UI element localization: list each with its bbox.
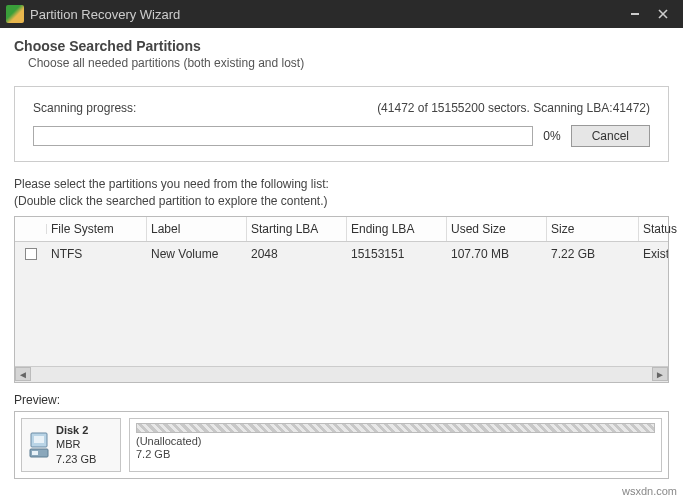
col-ending-lba[interactable]: Ending LBA — [347, 217, 447, 241]
scroll-right-icon[interactable]: ► — [652, 367, 668, 381]
scanning-status: (41472 of 15155200 sectors. Scanning LBA… — [377, 101, 650, 115]
instruction-line-2: (Double click the searched partition to … — [14, 193, 669, 210]
main-content: Choose Searched Partitions Choose all ne… — [0, 28, 683, 479]
col-used-size[interactable]: Used Size — [447, 217, 547, 241]
list-instruction: Please select the partitions you need fr… — [14, 176, 669, 210]
cancel-button[interactable]: Cancel — [571, 125, 650, 147]
page-title: Choose Searched Partitions — [14, 38, 669, 54]
col-status[interactable]: Status — [639, 217, 683, 241]
preview-label: Preview: — [14, 393, 669, 407]
scanning-label: Scanning progress: — [33, 101, 136, 115]
partition-list: File System Label Starting LBA Ending LB… — [14, 216, 669, 383]
svg-rect-6 — [32, 451, 38, 455]
cell-label: New Volume — [147, 242, 247, 266]
window-title: Partition Recovery Wizard — [30, 7, 621, 22]
disk-info-box[interactable]: Disk 2 MBR 7.23 GB — [21, 418, 121, 473]
disk-text: Disk 2 MBR 7.23 GB — [56, 423, 96, 468]
table-row[interactable]: NTFS New Volume 2048 15153151 107.70 MB … — [15, 242, 668, 266]
disk-icon — [28, 429, 50, 461]
scroll-left-icon[interactable]: ◄ — [15, 367, 31, 381]
cell-filesystem: NTFS — [47, 242, 147, 266]
disk-size: 7.23 GB — [56, 452, 96, 467]
watermark: wsxdn.com — [622, 485, 677, 497]
list-body: NTFS New Volume 2048 15153151 107.70 MB … — [15, 242, 668, 366]
scan-percent: 0% — [543, 129, 560, 143]
disk-scheme: MBR — [56, 437, 96, 452]
partition-bar-box[interactable]: (Unallocated) 7.2 GB — [129, 418, 662, 473]
disk-name: Disk 2 — [56, 423, 96, 438]
col-label[interactable]: Label — [147, 217, 247, 241]
col-size[interactable]: Size — [547, 217, 639, 241]
close-button[interactable] — [649, 4, 677, 24]
page-subtitle: Choose all needed partitions (both exist… — [28, 56, 669, 70]
svg-rect-4 — [34, 436, 44, 443]
scanning-panel: Scanning progress: (41472 of 15155200 se… — [14, 86, 669, 162]
horizontal-scrollbar[interactable]: ◄ ► — [15, 366, 668, 382]
scan-progress-bar — [33, 126, 533, 146]
titlebar: Partition Recovery Wizard — [0, 0, 683, 28]
minimize-button[interactable] — [621, 4, 649, 24]
svg-rect-0 — [631, 13, 639, 15]
preview-panel: Disk 2 MBR 7.23 GB (Unallocated) 7.2 GB — [14, 411, 669, 480]
app-icon — [6, 5, 24, 23]
cell-status: Exist — [639, 242, 668, 266]
instruction-line-1: Please select the partitions you need fr… — [14, 176, 669, 193]
partition-bar — [136, 423, 655, 433]
col-checkbox[interactable] — [15, 224, 47, 234]
row-checkbox[interactable] — [25, 248, 37, 260]
partition-size: 7.2 GB — [136, 448, 655, 462]
col-starting-lba[interactable]: Starting LBA — [247, 217, 347, 241]
list-header: File System Label Starting LBA Ending LB… — [15, 217, 668, 242]
partition-name: (Unallocated) — [136, 435, 655, 449]
cell-size: 7.22 GB — [547, 242, 639, 266]
cell-used-size: 107.70 MB — [447, 242, 547, 266]
cell-starting-lba: 2048 — [247, 242, 347, 266]
cell-ending-lba: 15153151 — [347, 242, 447, 266]
col-filesystem[interactable]: File System — [47, 217, 147, 241]
